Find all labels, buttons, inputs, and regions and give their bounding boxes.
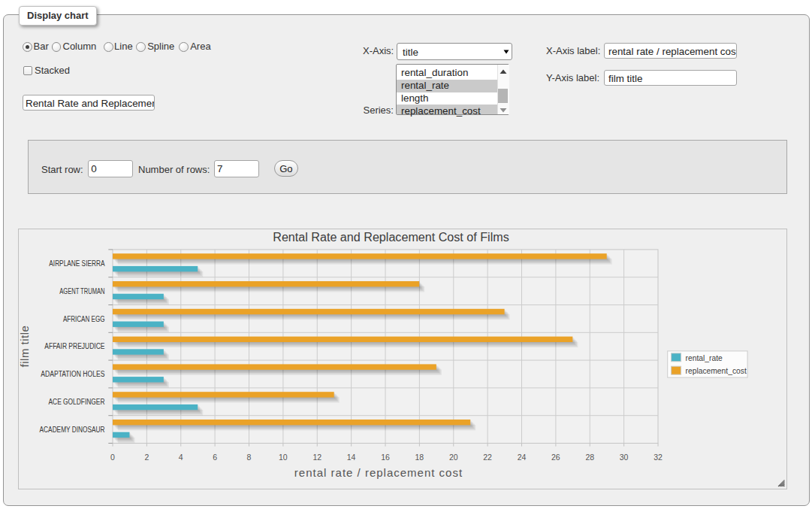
svg-text:rental_rate: rental_rate bbox=[686, 354, 723, 362]
svg-text:22: 22 bbox=[483, 453, 492, 462]
svg-text:28: 28 bbox=[585, 453, 594, 462]
svg-text:14: 14 bbox=[347, 453, 356, 462]
svg-text:replacement_cost: replacement_cost bbox=[686, 367, 747, 375]
svg-text:Rental Rate and Replacement Co: Rental Rate and Replacement Cost of Film… bbox=[273, 231, 509, 244]
svg-text:16: 16 bbox=[381, 453, 390, 462]
svg-text:8: 8 bbox=[247, 453, 252, 462]
svg-text:AFRICAN EGG: AFRICAN EGG bbox=[63, 315, 105, 323]
svg-text:AFFAIR PREJUDICE: AFFAIR PREJUDICE bbox=[44, 342, 104, 350]
svg-text:32: 32 bbox=[654, 453, 663, 462]
svg-text:6: 6 bbox=[213, 453, 217, 462]
svg-text:ACE GOLDFINGER: ACE GOLDFINGER bbox=[49, 398, 105, 406]
svg-text:18: 18 bbox=[415, 453, 424, 462]
svg-text:12: 12 bbox=[312, 453, 321, 462]
svg-text:rental rate / replacement cost: rental rate / replacement cost bbox=[294, 466, 463, 479]
svg-text:film title: film title bbox=[18, 326, 31, 368]
svg-text:AGENT TRUMAN: AGENT TRUMAN bbox=[59, 287, 104, 295]
svg-text:26: 26 bbox=[551, 453, 560, 462]
svg-text:2: 2 bbox=[144, 453, 149, 462]
svg-text:0: 0 bbox=[110, 453, 115, 462]
svg-text:4: 4 bbox=[179, 453, 183, 462]
svg-text:AIRPLANE SIERRA: AIRPLANE SIERRA bbox=[49, 259, 104, 268]
svg-text:10: 10 bbox=[279, 453, 288, 462]
svg-text:30: 30 bbox=[620, 453, 629, 462]
svg-text:ADAPTATION HOLES: ADAPTATION HOLES bbox=[41, 370, 105, 378]
svg-text:24: 24 bbox=[518, 453, 527, 462]
svg-text:ACADEMY DINOSAUR: ACADEMY DINOSAUR bbox=[40, 426, 105, 434]
svg-text:20: 20 bbox=[449, 453, 458, 462]
